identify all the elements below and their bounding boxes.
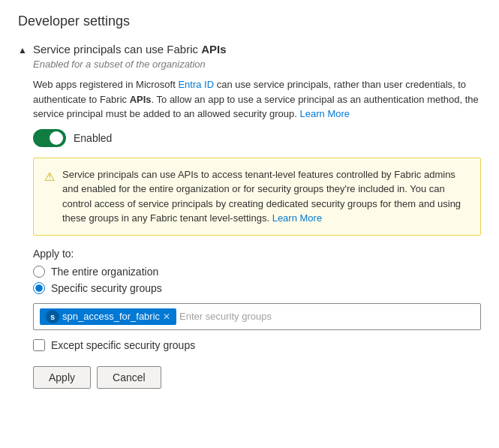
entire-org-label[interactable]: The entire organization [51, 266, 158, 278]
specific-groups-label[interactable]: Specific security groups [51, 282, 162, 294]
apply-button[interactable]: Apply [33, 366, 91, 389]
enabled-toggle[interactable] [33, 129, 66, 147]
cancel-button[interactable]: Cancel [97, 366, 161, 389]
page-title: Developer settings [18, 14, 481, 29]
learn-more-link-1[interactable]: Learn More [300, 108, 350, 119]
entra-id-link[interactable]: Entra ID [178, 79, 214, 90]
section-title: Service principals can use Fabric APIs [33, 43, 227, 56]
tag-avatar: s [46, 310, 59, 323]
entire-org-radio-row: The entire organization [33, 266, 481, 278]
toggle-row: Enabled [33, 129, 481, 147]
tag-input-container[interactable]: s spn_access_for_fabric ✕ Enter security… [33, 303, 481, 330]
apply-to-label: Apply to: [33, 248, 481, 260]
info-box: ⚠ Service principals can use APIs to acc… [33, 158, 481, 236]
tag-remove-button[interactable]: ✕ [163, 312, 170, 321]
entire-org-radio[interactable] [33, 266, 45, 278]
tag-input-placeholder[interactable]: Enter security groups [179, 311, 474, 322]
except-groups-label[interactable]: Except specific security groups [51, 339, 195, 351]
specific-groups-radio-row: Specific security groups [33, 282, 481, 294]
except-checkbox-row: Except specific security groups [33, 339, 481, 351]
learn-more-link-2[interactable]: Learn More [272, 212, 322, 224]
collapse-icon[interactable]: ▲ [18, 45, 27, 56]
tag-label: spn_access_for_fabric [62, 311, 160, 322]
section-title-bold: APIs [201, 43, 226, 56]
tag-spn-access: s spn_access_for_fabric ✕ [40, 308, 176, 325]
section-subtitle: Enabled for a subset of the organization [33, 59, 481, 70]
specific-groups-radio[interactable] [33, 282, 45, 294]
section-description: Web apps registered in Microsoft Entra I… [33, 77, 481, 122]
section-title-prefix: Service principals can use Fabric [33, 43, 201, 56]
action-buttons: Apply Cancel [33, 366, 481, 389]
apply-to-section: Apply to: The entire organization Specif… [33, 248, 481, 294]
except-groups-checkbox[interactable] [33, 339, 45, 351]
toggle-label: Enabled [74, 132, 112, 144]
info-text: Service principals can use APIs to acces… [62, 167, 470, 226]
warning-icon: ⚠ [44, 168, 55, 226]
